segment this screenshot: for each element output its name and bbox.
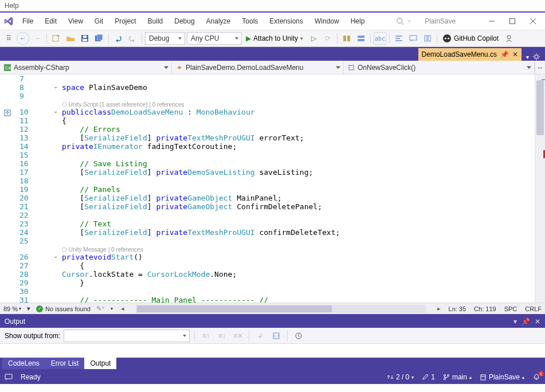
redo-button[interactable] bbox=[126, 32, 139, 45]
menu-view[interactable]: View bbox=[63, 15, 88, 27]
vs-logo-icon bbox=[2, 15, 15, 28]
menu-file[interactable]: File bbox=[17, 15, 38, 27]
close-tab-icon[interactable]: ✕ bbox=[512, 50, 518, 58]
split-editor-icon[interactable]: ↔ bbox=[535, 61, 545, 74]
class-icon bbox=[175, 64, 183, 72]
goto-next-icon[interactable]: ≡↓ bbox=[215, 330, 228, 342]
wrap-icon[interactable]: ↲ bbox=[254, 330, 266, 342]
toggle-2-icon[interactable] bbox=[355, 32, 367, 45]
gear-icon[interactable] bbox=[532, 53, 540, 61]
fold-column[interactable]: ⌄ ⌄ ⌄ bbox=[53, 75, 62, 303]
git-branch[interactable]: main ▴ bbox=[443, 373, 472, 381]
updown-icon bbox=[387, 374, 394, 381]
zoom-combo[interactable]: 89 %▾ bbox=[3, 305, 21, 312]
clear-icon[interactable]: ≡✕ bbox=[232, 330, 244, 342]
platform-combo[interactable]: Any CPU bbox=[187, 32, 242, 45]
svg-rect-19 bbox=[428, 36, 430, 41]
save-button[interactable] bbox=[79, 32, 91, 45]
hscroll-left[interactable]: ◂ bbox=[119, 305, 127, 313]
menu-edit[interactable]: Edit bbox=[40, 15, 62, 27]
output-text-area[interactable] bbox=[0, 344, 545, 358]
hot-reload-button[interactable]: ⟳ bbox=[321, 32, 334, 45]
open-button[interactable] bbox=[64, 32, 77, 45]
hscroll-thumb[interactable] bbox=[137, 305, 332, 312]
uncomment-icon[interactable] bbox=[421, 32, 434, 45]
main-menu: File Edit View Git Project Build Debug A… bbox=[17, 15, 370, 27]
pin-panel-icon[interactable]: 📌 bbox=[522, 317, 530, 326]
notifications-button[interactable]: 1 bbox=[532, 373, 540, 381]
undo-button[interactable] bbox=[112, 32, 124, 45]
wand-icon[interactable]: ✎⁺ bbox=[96, 305, 105, 312]
menu-git[interactable]: Git bbox=[89, 15, 108, 27]
code-nav-bar: C# Assembly-CSharp PlainSaveDemo.DemoLoa… bbox=[0, 61, 545, 75]
tab-codelens[interactable]: CodeLens bbox=[2, 358, 45, 369]
minimize-button[interactable] bbox=[482, 14, 501, 28]
tab-filename: DemoLoadSaveMenu.cs bbox=[422, 50, 497, 58]
space-indicator[interactable]: SPC bbox=[504, 305, 517, 312]
output-toolbar: Show output from: ≡↑ ≡↓ ≡✕ ↲ bbox=[0, 328, 545, 344]
start-without-debug-button[interactable]: ▷ bbox=[307, 32, 320, 45]
tab-output[interactable]: Output bbox=[84, 358, 116, 369]
comment-icon[interactable] bbox=[407, 32, 419, 45]
git-changes[interactable]: 2 / 0 ▾ bbox=[387, 373, 414, 381]
nav-back-button[interactable]: ← bbox=[17, 32, 29, 45]
menu-analyze[interactable]: Analyze bbox=[201, 15, 236, 27]
menu-tools[interactable]: Tools bbox=[237, 15, 263, 27]
search-box[interactable]: ▾ bbox=[396, 17, 411, 25]
svg-rect-14 bbox=[347, 36, 350, 41]
vertical-scrollbar[interactable] bbox=[535, 75, 545, 303]
toggle-1-icon[interactable] bbox=[340, 32, 353, 45]
goto-code-icon[interactable] bbox=[270, 330, 283, 342]
tab-overflow-icon[interactable]: ▾ bbox=[526, 54, 529, 60]
feedback-icon[interactable] bbox=[503, 32, 515, 45]
check-icon: ✓ bbox=[36, 305, 43, 312]
file-tab[interactable]: DemoLoadSaveMenu.cs 📌 ✕ bbox=[418, 48, 522, 61]
no-issues-indicator[interactable]: ✓ No issues found bbox=[36, 305, 91, 312]
output-source-combo[interactable] bbox=[64, 330, 190, 342]
code-area[interactable]: space PlainSaveDemo ⎔ Unity Script (1 as… bbox=[62, 75, 535, 303]
grip-icon[interactable]: ⠿ bbox=[2, 32, 15, 45]
search-icon bbox=[396, 17, 404, 25]
outer-help-menu[interactable]: Help bbox=[0, 0, 545, 11]
output-title-bar[interactable]: Output ▾ 📌 ✕ bbox=[0, 315, 545, 328]
window-controls bbox=[482, 14, 543, 28]
attach-label: Attach to Unity bbox=[253, 34, 298, 42]
menu-debug[interactable]: Debug bbox=[169, 15, 199, 27]
eol-indicator[interactable]: CRLF bbox=[525, 305, 542, 312]
horizontal-scrollbar[interactable] bbox=[136, 305, 426, 313]
find-in-files-icon[interactable]: abc bbox=[374, 32, 386, 45]
menu-window[interactable]: Window bbox=[309, 15, 344, 27]
pin-icon[interactable]: 📌 bbox=[500, 50, 509, 58]
config-combo[interactable]: Debug bbox=[145, 32, 185, 45]
timestamp-icon[interactable] bbox=[292, 330, 305, 342]
svg-rect-16 bbox=[358, 39, 364, 41]
menu-build[interactable]: Build bbox=[143, 15, 168, 27]
nav-member-combo[interactable]: OnNewSaveClick() bbox=[344, 61, 535, 74]
goto-prev-icon[interactable]: ≡↑ bbox=[199, 330, 212, 342]
git-repo[interactable]: PlainSave ▴ bbox=[480, 373, 524, 381]
dropdown-icon[interactable]: ▾ bbox=[513, 317, 517, 326]
chat-icon[interactable] bbox=[5, 373, 13, 381]
maximize-button[interactable] bbox=[503, 14, 522, 28]
menu-extensions[interactable]: Extensions bbox=[264, 15, 308, 27]
code-editor[interactable]: 789 10111213141516171819202122232425 262… bbox=[0, 75, 545, 303]
close-button[interactable] bbox=[523, 14, 543, 28]
nav-forward-button[interactable]: → bbox=[31, 32, 44, 45]
github-copilot-button[interactable]: GitHub Copilot bbox=[440, 34, 501, 43]
nav-class-combo[interactable]: PlainSaveDemo.DemoLoadSaveMenu bbox=[172, 61, 344, 74]
save-all-button[interactable] bbox=[93, 32, 105, 45]
hscroll-right[interactable]: ▸ bbox=[435, 305, 443, 313]
menu-project[interactable]: Project bbox=[109, 15, 141, 27]
menu-help[interactable]: Help bbox=[346, 15, 370, 27]
git-pending[interactable]: 1 bbox=[422, 373, 435, 381]
nav-project-combo[interactable]: C# Assembly-CSharp bbox=[0, 61, 172, 74]
svg-point-32 bbox=[444, 375, 445, 377]
close-panel-icon[interactable]: ✕ bbox=[535, 317, 540, 326]
tab-errorlist[interactable]: Error List bbox=[45, 358, 85, 369]
new-item-button[interactable]: + bbox=[50, 32, 62, 45]
csharp-icon: C# bbox=[3, 64, 11, 72]
scroll-thumb[interactable] bbox=[536, 80, 544, 135]
indent-icon[interactable] bbox=[393, 32, 405, 45]
svg-rect-18 bbox=[425, 36, 427, 41]
start-debug-button[interactable]: ▶ Attach to Unity ▾ bbox=[244, 32, 305, 45]
